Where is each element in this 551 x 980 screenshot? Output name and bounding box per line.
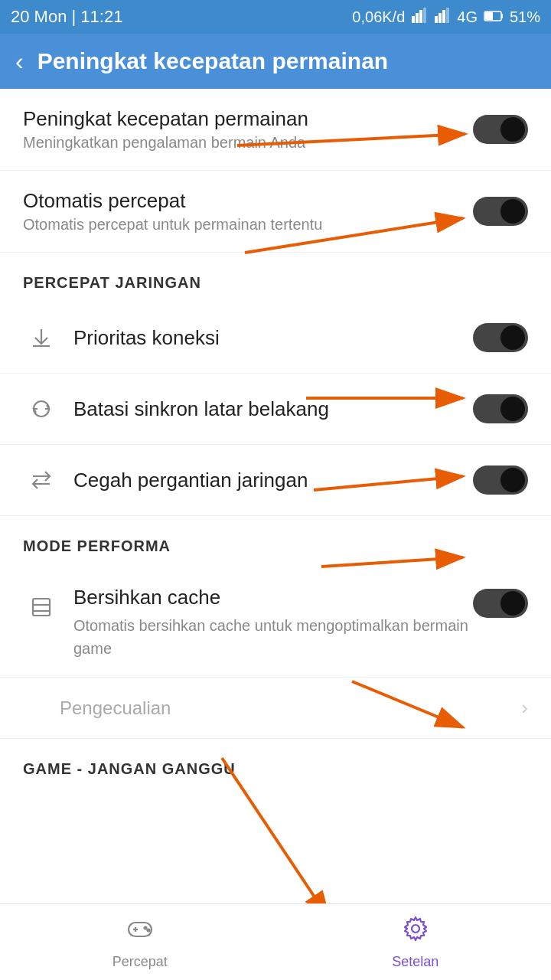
svg-rect-6: [442, 10, 445, 23]
section-performa-header: MODE PERFORMA: [0, 516, 551, 566]
cegah-pergantian-switch[interactable]: [473, 466, 528, 495]
nav-setelan-label: Setelan: [392, 954, 439, 970]
network-type: 4G: [457, 8, 478, 26]
svg-rect-5: [439, 13, 442, 23]
prioritas-koneksi-switch[interactable]: [473, 323, 528, 352]
chevron-right-icon: ›: [521, 696, 528, 720]
top-bar: ‹ Peningkat kecepatan permainan: [0, 34, 551, 89]
storage-icon: [23, 589, 60, 626]
nav-setelan[interactable]: Setelan: [392, 914, 439, 970]
bersihkan-cache-item: Bersihkan cache Otomatis bersihkan cache…: [0, 566, 551, 678]
nav-bar: Percepat Setelan: [0, 903, 551, 980]
svg-rect-9: [501, 14, 503, 18]
svg-rect-1: [416, 13, 419, 23]
settings-icon: [401, 914, 430, 949]
auto-boost-item: Otomatis percepat Otomatis percepat untu…: [0, 171, 551, 253]
settings-content: Peningkat kecepatan permainan Meningkatk…: [0, 89, 551, 865]
prioritas-koneksi-item: Prioritas koneksi: [0, 302, 551, 374]
svg-rect-0: [412, 16, 415, 23]
pengecualian-item[interactable]: Pengecualian ›: [0, 678, 551, 739]
batasi-sinkron-switch[interactable]: [473, 394, 528, 423]
sync-icon: [23, 390, 60, 427]
svg-point-30: [412, 925, 419, 933]
cegah-pergantian-title: Cegah pergantian jaringan: [73, 469, 308, 492]
svg-point-29: [147, 929, 149, 932]
svg-rect-14: [33, 599, 50, 616]
section-network-header: PERCEPAT JARINGAN: [0, 253, 551, 302]
svg-rect-2: [419, 10, 422, 23]
main-toggle-switch[interactable]: [473, 115, 528, 144]
svg-rect-3: [423, 8, 426, 23]
main-toggle-subtitle: Meningkatkan pengalaman bermain Anda: [23, 134, 473, 152]
status-right: 0,06K/d 4G 51%: [352, 7, 540, 28]
batasi-sinkron-item: Batasi sinkron latar belakang: [0, 374, 551, 445]
cegah-pergantian-item: Cegah pergantian jaringan: [0, 445, 551, 516]
svg-point-28: [144, 927, 146, 929]
auto-boost-title: Otomatis percepat: [23, 189, 473, 213]
status-bar: 20 Mon | 11:21 0,06K/d 4G 51%: [0, 0, 551, 34]
batasi-sinkron-title: Batasi sinkron latar belakang: [73, 397, 329, 421]
status-time: 20 Mon | 11:21: [11, 7, 122, 27]
page-title: Peningkat kecepatan permainan: [37, 48, 389, 74]
swap-icon: [23, 462, 60, 498]
gamepad-icon: [126, 914, 155, 949]
svg-rect-10: [485, 12, 493, 20]
bersihkan-cache-title: Bersihkan cache: [73, 586, 473, 609]
network-speed: 0,06K/d: [352, 8, 405, 26]
bersihkan-cache-switch[interactable]: [473, 589, 528, 618]
bersihkan-cache-subtitle: Otomatis bersihkan cache untuk mengoptim…: [73, 614, 473, 660]
nav-percepat[interactable]: Percepat: [112, 914, 168, 970]
prioritas-koneksi-title: Prioritas koneksi: [73, 326, 220, 350]
svg-rect-4: [435, 16, 438, 23]
battery-icon: [484, 8, 504, 26]
auto-boost-switch[interactable]: [473, 197, 528, 226]
signal-icon-1: [411, 7, 428, 28]
signal-icon-2: [434, 7, 451, 28]
battery-percent: 51%: [510, 8, 540, 26]
back-button[interactable]: ‹: [15, 49, 24, 74]
main-toggle-title: Peningkat kecepatan permainan: [23, 107, 473, 131]
section-dnd-header: GAME - JANGAN GANGGU: [0, 739, 551, 789]
download-icon: [23, 319, 60, 356]
svg-rect-7: [446, 8, 449, 23]
pengecualian-label: Pengecualian: [60, 697, 171, 719]
main-toggle-item: Peningkat kecepatan permainan Meningkatk…: [0, 89, 551, 171]
nav-percepat-label: Percepat: [112, 954, 168, 970]
auto-boost-subtitle: Otomatis percepat untuk permainan terten…: [23, 216, 473, 234]
